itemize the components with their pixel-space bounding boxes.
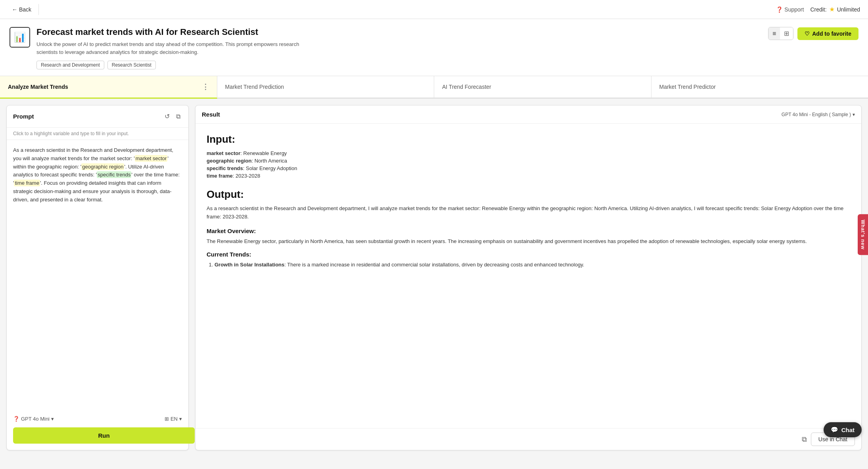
back-arrow-icon: ← (12, 6, 17, 13)
prompt-hint: Click to a highlight variable and type t… (7, 128, 188, 140)
header-section: 📊 Forecast market trends with AI for Res… (0, 19, 868, 76)
input-market-sector: market sector: Renewable Energy (207, 150, 850, 156)
header-top: 📊 Forecast market trends with AI for Res… (10, 27, 858, 76)
market-sector-label: market sector (207, 150, 240, 156)
tab-label-predictor: Market Trend Predictor (659, 84, 716, 90)
model-label: GPT 4o Mini (21, 416, 50, 422)
geographic-region-label: geographic region (207, 158, 251, 164)
output-intro-text: As a research scientist in the Research … (207, 205, 850, 221)
tags-container: Research and Development Research Scient… (36, 61, 768, 76)
tab-dots-icon[interactable]: ⋮ (202, 82, 209, 91)
chevron-down-icon: ▾ (51, 416, 54, 422)
geographic-region-highlight[interactable]: geographic region (81, 163, 124, 170)
specific-trends-highlight[interactable]: specific trends (97, 171, 131, 178)
language-selector[interactable]: ⊞ EN ▾ (165, 416, 182, 422)
copy-result-button[interactable]: ⧉ (802, 435, 807, 444)
header-icon: 📊 (10, 27, 30, 48)
chart-icon: 📊 (14, 32, 26, 43)
time-frame-label: time frame (207, 173, 233, 179)
time-frame-highlight[interactable]: time frame (14, 180, 40, 186)
topbar-divider (38, 4, 39, 15)
support-link[interactable]: ❓ Support (776, 6, 804, 13)
tab-label-analyze: Analyze Market Trends (8, 84, 68, 90)
grid-view-button[interactable]: ⊞ (780, 27, 793, 40)
favorite-label: Add to favorite (812, 31, 851, 37)
model-badge[interactable]: GPT 4o Mini - English ( Sample ) ▾ (782, 112, 855, 117)
chat-float-label: Chat (841, 427, 855, 433)
tabs-bar: Analyze Market Trends ⋮ Market Trend Pre… (0, 76, 868, 99)
chat-float-button[interactable]: 💬 Chat (824, 422, 862, 437)
refresh-button[interactable]: ↺ (163, 111, 171, 122)
main-content: Prompt ↺ ⧉ Click to a highlight variable… (0, 99, 868, 457)
credit-value: Unlimited (837, 6, 860, 13)
back-button[interactable]: ← Back (8, 4, 35, 15)
tab-ai-trend-forecaster[interactable]: AI Trend Forecaster (434, 76, 651, 99)
topbar-right: ❓ Support Credit: ★ Unlimited (776, 6, 860, 13)
specific-trends-label: specific trends (207, 165, 243, 171)
page-title: Forecast market trends with AI for Resea… (36, 27, 768, 37)
copy-prompt-button[interactable]: ⧉ (174, 111, 182, 122)
output-section-title: Output: (207, 188, 850, 201)
list-view-button[interactable]: ≡ (768, 27, 780, 40)
list-item: Growth in Solar Installations: There is … (215, 261, 850, 269)
header-actions: ≡ ⊞ ♡ Add to favorite (768, 27, 858, 40)
result-title: Result (202, 111, 220, 118)
prompt-body[interactable]: As a research scientist in the Research … (7, 140, 188, 412)
tag-research-dev[interactable]: Research and Development (36, 61, 104, 69)
prompt-panel-header: Prompt ↺ ⧉ (7, 105, 188, 128)
colon-2: : (251, 158, 254, 164)
tab-market-trend-predictor[interactable]: Market Trend Predictor (651, 76, 868, 99)
model-badge-label: GPT 4o Mini - English ( Sample ) (782, 112, 851, 117)
model-selector[interactable]: ❓ GPT 4o Mini ▾ (13, 416, 54, 422)
grid-icon: ⊞ (165, 416, 169, 422)
tab-label-prediction: Market Trend Prediction (225, 84, 284, 90)
prompt-title: Prompt (13, 113, 34, 120)
trend-item-label: Growth in Solar Installations (215, 262, 284, 268)
result-panel-header: Result GPT 4o Mini - English ( Sample ) … (195, 105, 861, 124)
credit-label: Credit: (810, 6, 826, 13)
geographic-region-value: North America (255, 158, 287, 164)
trend-item-text: There is a marked increase in residentia… (287, 262, 584, 268)
current-trends-title: Current Trends: (207, 251, 850, 258)
market-sector-highlight[interactable]: market sector (135, 155, 168, 162)
chevron-down-model-icon: ▾ (853, 112, 855, 117)
view-toggle: ≡ ⊞ (768, 27, 793, 40)
result-body: Input: market sector: Renewable Energy g… (195, 124, 861, 428)
header-description: Unlock the power of AI to predict market… (36, 40, 314, 56)
lang-label: EN (171, 416, 178, 422)
credit-badge: Credit: ★ Unlimited (810, 6, 860, 13)
star-icon: ★ (829, 6, 835, 13)
time-frame-value: 2023-2028 (236, 173, 260, 179)
colon-1: : (240, 150, 243, 156)
question-circle-icon: ❓ (13, 416, 19, 422)
result-footer: ⧉ Use in Chat (195, 428, 861, 450)
colon-4: : (233, 173, 236, 179)
tag-research-scientist[interactable]: Research Scientist (107, 61, 156, 69)
result-panel: Result GPT 4o Mini - English ( Sample ) … (195, 105, 862, 450)
whats-new-sidebar[interactable]: What's new (858, 214, 868, 255)
add-to-favorite-button[interactable]: ♡ Add to favorite (797, 27, 858, 40)
market-overview-text: The Renewable Energy sector, particularl… (207, 237, 850, 246)
topbar: ← Back ❓ Support Credit: ★ Unlimited (0, 0, 868, 19)
colon-3: : (243, 165, 246, 171)
prompt-panel: Prompt ↺ ⧉ Click to a highlight variable… (6, 105, 189, 450)
question-icon: ❓ (776, 6, 783, 13)
run-button[interactable]: Run (13, 427, 195, 444)
prompt-panel-actions: ↺ ⧉ (163, 111, 182, 122)
current-trends-list: Growth in Solar Installations: There is … (207, 261, 850, 269)
input-specific-trends: specific trends: Solar Energy Adoption (207, 165, 850, 171)
heart-icon: ♡ (805, 31, 810, 37)
input-grid: market sector: Renewable Energy geograph… (207, 150, 850, 179)
input-geographic-region: geographic region: North America (207, 158, 850, 164)
header-text: Forecast market trends with AI for Resea… (36, 27, 768, 76)
prompt-footer: ❓ GPT 4o Mini ▾ ⊞ EN ▾ (7, 412, 188, 427)
topbar-left: ← Back (8, 4, 39, 15)
input-section-title: Input: (207, 133, 850, 145)
tab-analyze-market-trends[interactable]: Analyze Market Trends ⋮ (0, 76, 217, 99)
input-time-frame: time frame: 2023-2028 (207, 173, 850, 179)
tab-market-trend-prediction[interactable]: Market Trend Prediction (217, 76, 435, 99)
chat-bubble-icon: 💬 (831, 426, 838, 433)
support-label: Support (784, 6, 804, 13)
market-sector-value: Renewable Energy (243, 150, 287, 156)
specific-trends-value: Solar Energy Adoption (246, 165, 297, 171)
